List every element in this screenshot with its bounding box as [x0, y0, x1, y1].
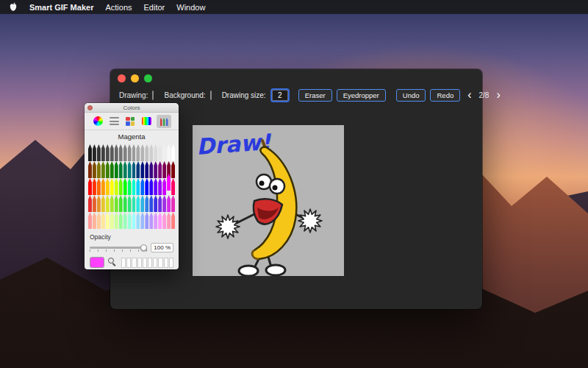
- pencil-swatch[interactable]: [140, 144, 144, 161]
- pencil-swatch[interactable]: [110, 195, 114, 212]
- color-palette-tab[interactable]: [124, 116, 136, 127]
- pencil-swatch[interactable]: [132, 195, 136, 212]
- pencil-swatch[interactable]: [115, 195, 118, 212]
- pencil-swatch[interactable]: [123, 161, 127, 178]
- pencil-swatch[interactable]: [110, 161, 114, 178]
- pencil-swatch[interactable]: [154, 212, 157, 229]
- pencil-swatch[interactable]: [88, 144, 92, 161]
- pencil-swatch[interactable]: [123, 212, 127, 229]
- menu-item-editor[interactable]: Editor: [144, 3, 165, 12]
- eyedropper-button[interactable]: Eyedropper: [337, 89, 386, 102]
- pencil-swatch[interactable]: [158, 195, 162, 212]
- zoom-button[interactable]: [144, 74, 152, 82]
- pencil-swatch[interactable]: [171, 195, 175, 212]
- pencil-swatch[interactable]: [140, 212, 144, 229]
- pencil-swatch[interactable]: [128, 144, 132, 161]
- previous-frame-icon[interactable]: ‹: [465, 89, 474, 101]
- eraser-button[interactable]: Eraser: [298, 89, 332, 102]
- pencil-swatch[interactable]: [132, 178, 136, 195]
- drawing-canvas[interactable]: Draw!: [193, 125, 344, 276]
- pencil-swatch[interactable]: [136, 178, 140, 195]
- pencil-swatch[interactable]: [123, 195, 127, 212]
- pencil-swatch[interactable]: [149, 161, 153, 178]
- pencil-swatch[interactable]: [162, 195, 166, 212]
- menu-item-actions[interactable]: Actions: [105, 3, 132, 12]
- pencil-swatch[interactable]: [162, 212, 166, 229]
- pencil-swatch[interactable]: [123, 144, 127, 161]
- pencil-swatch[interactable]: [149, 178, 153, 195]
- pencil-swatch[interactable]: [97, 178, 101, 195]
- pencil-swatch[interactable]: [106, 212, 110, 229]
- pencil-swatch[interactable]: [88, 195, 92, 212]
- pencil-swatch[interactable]: [167, 144, 171, 161]
- pencil-swatch[interactable]: [101, 212, 105, 229]
- pencil-swatch[interactable]: [110, 178, 114, 195]
- pencil-swatch[interactable]: [97, 161, 101, 178]
- color-pencils-tab[interactable]: [157, 115, 171, 128]
- pencil-swatch[interactable]: [88, 178, 92, 195]
- redo-button[interactable]: Redo: [430, 89, 460, 102]
- pencil-swatch[interactable]: [158, 178, 162, 195]
- menu-item-window[interactable]: Window: [176, 3, 205, 12]
- pencil-swatch[interactable]: [158, 144, 162, 161]
- pencil-swatch[interactable]: [106, 178, 110, 195]
- pencil-swatch[interactable]: [128, 195, 132, 212]
- current-color-swatch[interactable]: [90, 257, 104, 268]
- pencil-swatch[interactable]: [140, 178, 144, 195]
- pencil-swatch[interactable]: [119, 212, 123, 229]
- magnifier-icon[interactable]: [108, 258, 118, 267]
- pencil-swatch[interactable]: [110, 212, 114, 229]
- pencil-swatch[interactable]: [154, 195, 157, 212]
- pencil-swatch[interactable]: [101, 178, 105, 195]
- pencil-swatch[interactable]: [158, 212, 162, 229]
- pencil-swatch[interactable]: [145, 212, 148, 229]
- pencil-swatch[interactable]: [132, 144, 136, 161]
- pencil-swatch[interactable]: [123, 178, 127, 195]
- pencil-swatch[interactable]: [162, 161, 166, 178]
- pencil-swatch[interactable]: [115, 212, 118, 229]
- pencil-swatch[interactable]: [154, 178, 157, 195]
- pencil-swatch[interactable]: [106, 195, 110, 212]
- pencil-swatch[interactable]: [171, 212, 175, 229]
- pencil-swatch[interactable]: [136, 161, 140, 178]
- pencil-swatch[interactable]: [167, 212, 171, 229]
- pencil-swatch[interactable]: [154, 161, 157, 178]
- pencil-swatch[interactable]: [171, 178, 175, 195]
- pencil-swatch[interactable]: [101, 161, 105, 178]
- color-wheel-tab[interactable]: [92, 116, 104, 127]
- pencil-swatch[interactable]: [136, 144, 140, 161]
- close-button[interactable]: [118, 74, 126, 82]
- pencil-swatch[interactable]: [119, 144, 123, 161]
- pencil-swatch[interactable]: [136, 195, 140, 212]
- swatch-tray[interactable]: [121, 258, 173, 268]
- pencil-swatch[interactable]: [93, 195, 96, 212]
- pencil-swatch[interactable]: [128, 161, 132, 178]
- pencil-swatch[interactable]: [162, 144, 166, 161]
- pencil-swatch[interactable]: [88, 161, 92, 178]
- pencil-swatch[interactable]: [119, 195, 123, 212]
- next-frame-icon[interactable]: ›: [493, 89, 503, 101]
- pencil-swatch[interactable]: [106, 161, 110, 178]
- pencil-swatch[interactable]: [93, 161, 96, 178]
- pencil-swatch[interactable]: [136, 212, 140, 229]
- drawing-size-input[interactable]: [272, 90, 288, 101]
- pencil-swatch[interactable]: [145, 178, 148, 195]
- pencil-swatch[interactable]: [93, 178, 96, 195]
- close-icon[interactable]: [87, 105, 93, 110]
- pencil-swatch[interactable]: [101, 195, 105, 212]
- pencil-swatch[interactable]: [106, 144, 110, 161]
- apple-menu[interactable]: [9, 2, 18, 12]
- colors-panel-titlebar[interactable]: Colors: [85, 103, 179, 113]
- pencil-swatch[interactable]: [97, 144, 101, 161]
- pencil-swatch[interactable]: [171, 161, 175, 178]
- pencil-swatch[interactable]: [145, 195, 148, 212]
- pencil-swatch[interactable]: [97, 212, 101, 229]
- pencil-swatch[interactable]: [149, 195, 153, 212]
- pencil-swatch[interactable]: [97, 195, 101, 212]
- pencil-swatch[interactable]: [171, 144, 175, 161]
- color-sliders-tab[interactable]: [108, 116, 120, 127]
- pencil-swatch[interactable]: [115, 178, 118, 195]
- pencil-swatch[interactable]: [149, 212, 153, 229]
- pencil-swatch[interactable]: [88, 212, 92, 229]
- pencil-swatch[interactable]: [154, 144, 157, 161]
